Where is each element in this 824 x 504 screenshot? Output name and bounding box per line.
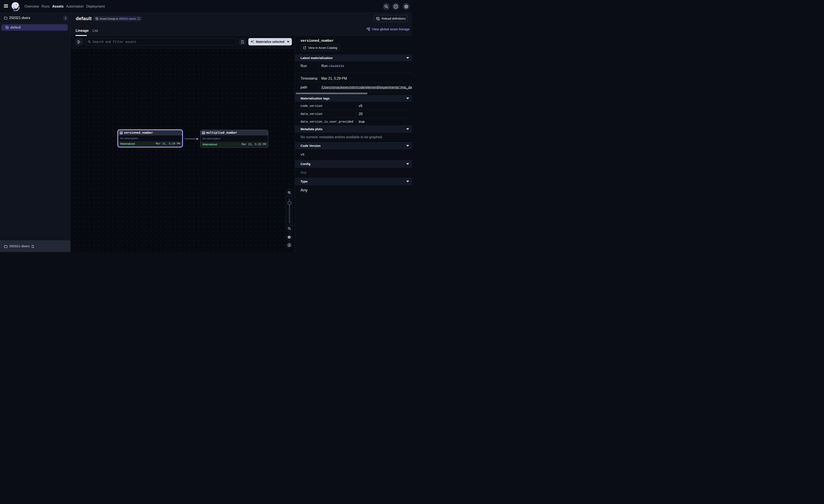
svg-text:?: ? [395,5,396,8]
